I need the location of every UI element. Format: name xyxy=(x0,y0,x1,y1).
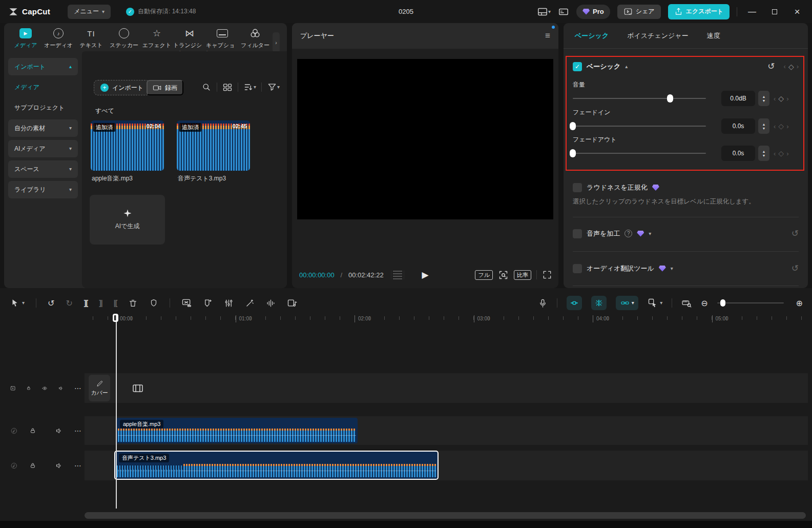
loudness-checkbox[interactable] xyxy=(573,183,582,192)
delete-button[interactable] xyxy=(128,298,138,308)
chevron-down-icon[interactable]: ▾ xyxy=(671,266,673,271)
collapse-section-icon[interactable]: ▴ xyxy=(625,64,628,69)
sidebar-item-import[interactable]: インポート ▴ xyxy=(8,58,78,75)
adjust-mixer-button[interactable] xyxy=(224,298,234,308)
play-button[interactable]: ▶ xyxy=(422,270,428,280)
help-icon[interactable]: ? xyxy=(624,230,632,237)
fade-in-stepper[interactable]: ▲▼ xyxy=(758,118,769,134)
auto-preview-toggle[interactable] xyxy=(591,296,607,310)
track-more-button[interactable]: ⋯ xyxy=(74,384,82,392)
fade-out-slider[interactable] xyxy=(573,153,706,154)
volume-value[interactable]: 0.0dB xyxy=(721,91,755,106)
ai-generate-card[interactable]: AIで生成 xyxy=(90,195,165,245)
share-button[interactable]: シェア xyxy=(617,5,661,19)
tab-stickers[interactable]: ステッカー xyxy=(108,27,140,49)
tab-audio[interactable]: ♪ オーディオ xyxy=(42,27,75,49)
speaker-icon[interactable] xyxy=(55,461,63,471)
fit-timeline-button[interactable] xyxy=(681,298,692,308)
zoom-out-button[interactable]: ⊖ xyxy=(701,298,707,308)
cover-button[interactable]: カバー xyxy=(89,375,110,401)
next-keyframe-button[interactable]: › xyxy=(786,95,788,103)
close-button[interactable]: × xyxy=(789,6,805,17)
step-down-icon[interactable]: ▼ xyxy=(762,154,766,157)
timeline-zoom-slider[interactable] xyxy=(717,302,784,303)
media-item-audio[interactable]: 追加済 02:45 xyxy=(177,120,250,171)
tab-text[interactable]: TI テキスト xyxy=(75,27,108,49)
step-up-icon[interactable]: ▲ xyxy=(762,150,766,153)
tab-effects[interactable]: ☆ エフェクト xyxy=(140,27,173,49)
export-button[interactable]: エクスポート xyxy=(668,4,730,19)
reset-basic-button[interactable]: ↺ xyxy=(767,61,775,72)
split-keep-left-button[interactable]: ]| xyxy=(99,299,102,307)
add-keyframe-button[interactable]: ◇ xyxy=(788,63,794,71)
track-more-button[interactable]: ⋯ xyxy=(74,427,82,435)
volume-stepper[interactable]: ▲▼ xyxy=(758,91,769,106)
tab-speed[interactable]: 速度 xyxy=(707,31,720,40)
sidebar-item-subproject[interactable]: サブプロジェクト xyxy=(8,99,78,116)
ratio-button[interactable]: 比率 xyxy=(514,270,531,280)
step-down-icon[interactable]: ▼ xyxy=(762,127,766,130)
zoom-slider-thumb[interactable] xyxy=(720,299,725,307)
volume-slider[interactable] xyxy=(573,98,706,99)
more-tabs-button[interactable]: › xyxy=(273,32,280,53)
reset-audio-translate-button[interactable]: ↺ xyxy=(792,263,799,274)
next-keyframe-button[interactable]: › xyxy=(797,63,799,70)
lock-icon[interactable] xyxy=(29,426,36,435)
audio-visualize-button[interactable] xyxy=(266,298,276,308)
preview-zoom-button[interactable] xyxy=(498,270,509,280)
select-tool-button[interactable]: ▾ xyxy=(10,298,25,308)
playhead-handle[interactable] xyxy=(113,314,118,322)
tab-filters[interactable]: フィルター xyxy=(239,27,272,49)
horizontal-scrollbar[interactable] xyxy=(85,512,806,519)
prev-keyframe-button[interactable]: ‹ xyxy=(784,63,786,70)
sidebar-item-media[interactable]: メディア xyxy=(8,78,78,96)
add-keyframe-button[interactable]: ◇ xyxy=(778,149,784,157)
fade-out-stepper[interactable]: ▲▼ xyxy=(758,146,769,161)
pro-button[interactable]: Pro xyxy=(576,5,610,19)
split-button[interactable]: ][ xyxy=(84,299,88,307)
volume-slider-thumb[interactable] xyxy=(667,94,673,103)
fade-out-slider-thumb[interactable] xyxy=(570,149,576,157)
track-more-button[interactable]: ⋯ xyxy=(74,461,82,470)
sidebar-item-library[interactable]: ライブラリ ▾ xyxy=(8,181,78,198)
marker-button[interactable] xyxy=(149,298,158,308)
prev-keyframe-button[interactable]: ‹ xyxy=(774,150,776,157)
fullscreen-button[interactable] xyxy=(542,270,552,280)
next-keyframe-button[interactable]: › xyxy=(786,123,788,130)
tab-voice-changer[interactable]: ボイスチェンジャー xyxy=(627,31,688,40)
panel-layout-button[interactable] xyxy=(558,6,569,17)
fade-in-slider-thumb[interactable] xyxy=(570,122,576,130)
frame-view-icon[interactable] xyxy=(391,270,404,279)
playhead-line[interactable] xyxy=(116,314,117,509)
link-toggle[interactable]: ▾ xyxy=(616,296,638,310)
record-voiceover-button[interactable] xyxy=(538,298,548,308)
player-menu-button[interactable]: ≡ xyxy=(545,31,550,41)
smooth-badge-button[interactable] xyxy=(203,298,213,308)
next-keyframe-button[interactable]: › xyxy=(786,150,788,157)
sidebar-item-ai-media[interactable]: AIメディア ▾ xyxy=(8,140,78,157)
sidebar-item-my-assets[interactable]: 自分の素材 ▾ xyxy=(8,119,78,137)
step-up-icon[interactable]: ▲ xyxy=(762,95,766,98)
fade-out-value[interactable]: 0.0s xyxy=(721,146,755,161)
menu-button[interactable]: メニュー ▾ xyxy=(68,5,111,19)
record-button[interactable]: 録画 xyxy=(147,80,183,95)
maximize-button[interactable] xyxy=(767,7,782,16)
search-button[interactable] xyxy=(201,82,212,92)
full-preview-button[interactable]: フル xyxy=(475,270,493,280)
speaker-icon[interactable] xyxy=(55,426,63,436)
process-audio-checkbox[interactable] xyxy=(573,229,582,238)
reset-process-audio-button[interactable]: ↺ xyxy=(792,228,799,239)
fade-in-slider[interactable] xyxy=(573,126,706,127)
add-keyframe-button[interactable]: ◇ xyxy=(778,94,784,103)
voice-isolate-button[interactable] xyxy=(245,298,255,308)
redo-button[interactable]: ↻ xyxy=(66,298,72,308)
chevron-down-icon[interactable]: ▾ xyxy=(649,231,651,236)
timeline-ruler[interactable]: 00:0001:0002:0003:0004:0005:00 xyxy=(85,314,808,326)
tab-media[interactable]: ▶ メディア xyxy=(9,27,42,49)
select-mode-button[interactable]: ▾ xyxy=(648,298,662,308)
snap-toggle[interactable] xyxy=(567,296,582,310)
lock-icon[interactable] xyxy=(29,461,36,470)
smart-cut-button[interactable] xyxy=(181,298,192,308)
layout-toggle-button[interactable]: ▾ xyxy=(537,6,551,17)
extract-audio-button[interactable] xyxy=(287,298,297,308)
